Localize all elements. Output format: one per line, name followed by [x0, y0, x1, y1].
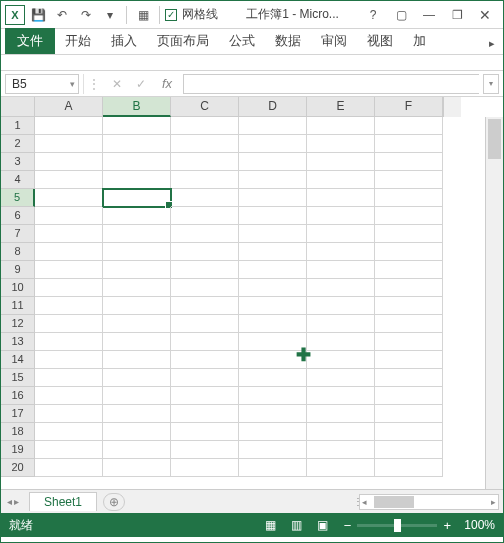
enter-icon[interactable]: ✓: [131, 74, 151, 94]
ribbon-collapsed-area: [1, 55, 503, 71]
row-header-1[interactable]: 1: [1, 117, 35, 135]
row-header-15[interactable]: 15: [1, 369, 35, 387]
cancel-icon[interactable]: ✕: [107, 74, 127, 94]
sheet-tab-bar: ◂ ▸ Sheet1 ⊕ ⋮: [1, 489, 503, 513]
tab-insert[interactable]: 插入: [101, 28, 147, 54]
ribbon-scroll-right-icon[interactable]: ▸: [481, 33, 503, 54]
row-header-17[interactable]: 17: [1, 405, 35, 423]
zoom-out-button[interactable]: −: [344, 518, 352, 533]
view-normal-icon[interactable]: ▦: [258, 515, 284, 535]
col-header-B[interactable]: B: [103, 97, 171, 117]
col-header-A[interactable]: A: [35, 97, 103, 117]
row-header-13[interactable]: 13: [1, 333, 35, 351]
close-button[interactable]: ✕: [471, 4, 499, 26]
row-header-6[interactable]: 6: [1, 207, 35, 225]
name-box[interactable]: B5: [5, 74, 79, 94]
scrollbar-corner: [443, 97, 461, 117]
horizontal-scroll-thumb[interactable]: [374, 496, 414, 508]
row-header-20[interactable]: 20: [1, 459, 35, 477]
save-icon[interactable]: 💾: [27, 4, 49, 26]
worksheet-grid: A B C D E F 1 2 3 4 5 6 7 8 9 10 11 12 1…: [1, 97, 503, 489]
row-header-18[interactable]: 18: [1, 423, 35, 441]
row-header-7[interactable]: 7: [1, 225, 35, 243]
fx-icon[interactable]: fx: [155, 74, 179, 94]
row-header-8[interactable]: 8: [1, 243, 35, 261]
row-header-9[interactable]: 9: [1, 261, 35, 279]
cells-area[interactable]: ✚: [35, 117, 485, 489]
qat-customize-dropdown-icon[interactable]: ▾: [99, 4, 121, 26]
tab-page-layout[interactable]: 页面布局: [147, 28, 219, 54]
row-header-2[interactable]: 2: [1, 135, 35, 153]
window-title: 工作簿1 - Micro...: [218, 6, 359, 23]
col-header-D[interactable]: D: [239, 97, 307, 117]
row-header-11[interactable]: 11: [1, 297, 35, 315]
gridlines-label[interactable]: 网格线: [182, 6, 218, 23]
select-all-corner[interactable]: [1, 97, 35, 117]
tab-review[interactable]: 审阅: [311, 28, 357, 54]
row-header-3[interactable]: 3: [1, 153, 35, 171]
title-bar: X 💾 ↶ ↷ ▾ ▦ ✓ 网格线 工作簿1 - Micro... ? ▢ — …: [1, 1, 503, 29]
insert-function-sep-icon: ⋮: [83, 74, 103, 94]
tab-data[interactable]: 数据: [265, 28, 311, 54]
formula-bar: B5 ⋮ ✕ ✓ fx ▾: [1, 71, 503, 97]
row-header-19[interactable]: 19: [1, 441, 35, 459]
tab-addins[interactable]: 加: [403, 28, 430, 54]
row-header-14[interactable]: 14: [1, 351, 35, 369]
excel-app-icon[interactable]: X: [5, 5, 25, 25]
horizontal-scrollbar[interactable]: [359, 494, 499, 510]
file-tab[interactable]: 文件: [5, 28, 55, 54]
undo-icon[interactable]: ↶: [51, 4, 73, 26]
active-cell-B5[interactable]: [103, 189, 171, 207]
col-header-F[interactable]: F: [375, 97, 443, 117]
vertical-scroll-thumb[interactable]: [488, 119, 501, 159]
view-page-layout-icon[interactable]: ▥: [284, 515, 310, 535]
new-sheet-button[interactable]: ⊕: [103, 493, 125, 511]
gridlines-checkbox[interactable]: ✓: [165, 9, 177, 21]
status-ready: 就绪: [9, 517, 33, 534]
ribbon-tabs: 文件 开始 插入 页面布局 公式 数据 审阅 视图 加 ▸: [1, 29, 503, 55]
restore-button[interactable]: ❐: [443, 4, 471, 26]
col-header-E[interactable]: E: [307, 97, 375, 117]
col-header-C[interactable]: C: [171, 97, 239, 117]
tab-view[interactable]: 视图: [357, 28, 403, 54]
redo-icon[interactable]: ↷: [75, 4, 97, 26]
expand-formula-bar-icon[interactable]: ▾: [483, 74, 499, 94]
sheet-tab-sheet1[interactable]: Sheet1: [29, 492, 97, 511]
zoom-percent[interactable]: 100%: [457, 518, 495, 532]
zoom-in-button[interactable]: +: [443, 518, 451, 533]
view-shortcuts: ▦ ▥ ▣: [258, 515, 336, 535]
zoom-control: − + 100%: [344, 518, 495, 533]
row-header-12[interactable]: 12: [1, 315, 35, 333]
border-grid-icon[interactable]: ▦: [132, 4, 154, 26]
row-headers: 1 2 3 4 5 6 7 8 9 10 11 12 13 14 15 16 1…: [1, 117, 35, 489]
sheet-nav-next-icon[interactable]: ▸: [14, 496, 19, 507]
sheet-nav: ◂ ▸: [1, 496, 25, 507]
view-page-break-icon[interactable]: ▣: [310, 515, 336, 535]
row-header-4[interactable]: 4: [1, 171, 35, 189]
zoom-slider[interactable]: [357, 524, 437, 527]
tab-formulas[interactable]: 公式: [219, 28, 265, 54]
ribbon-display-options-icon[interactable]: ▢: [387, 4, 415, 26]
separator: [159, 6, 160, 24]
window-controls: ? ▢ — ❐ ✕: [359, 4, 499, 26]
formula-input[interactable]: [183, 74, 479, 94]
minimize-button[interactable]: —: [415, 4, 443, 26]
quick-access-toolbar: X 💾 ↶ ↷ ▾ ▦ ✓ 网格线: [5, 4, 218, 26]
grid-body: 1 2 3 4 5 6 7 8 9 10 11 12 13 14 15 16 1…: [1, 117, 503, 489]
sheet-nav-prev-icon[interactable]: ◂: [7, 496, 12, 507]
vertical-scrollbar[interactable]: [485, 117, 503, 489]
help-button[interactable]: ?: [359, 4, 387, 26]
column-headers: A B C D E F: [1, 97, 503, 117]
row-header-10[interactable]: 10: [1, 279, 35, 297]
row-header-16[interactable]: 16: [1, 387, 35, 405]
status-bar: 就绪 ▦ ▥ ▣ − + 100%: [1, 513, 503, 537]
separator: [126, 6, 127, 24]
tab-home[interactable]: 开始: [55, 28, 101, 54]
row-header-5[interactable]: 5: [1, 189, 35, 207]
